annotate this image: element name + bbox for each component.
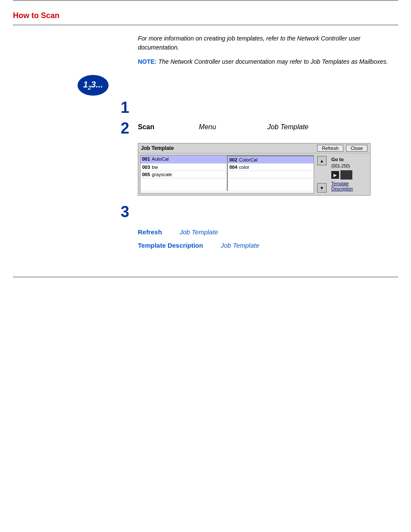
cell-002: 002ColorCal <box>227 156 314 163</box>
step-2-row: 2 Scan Menu Job Template <box>108 121 398 136</box>
template-description-button[interactable]: TemplateDescription <box>331 181 353 192</box>
dialog-body: 001AutoCal 002ColorCal 003bw 004color <box>138 153 370 195</box>
page-title: How to Scan <box>13 11 59 20</box>
bottom-rule <box>13 277 398 277</box>
info-lines: Refresh Job Template Template Descriptio… <box>138 228 398 249</box>
job-template-dialog: Job Template Refresh Close 001AutoCal 00… <box>138 143 371 196</box>
cell-001: 001AutoCal <box>140 156 227 163</box>
step-2-content: Scan Menu Job Template <box>138 121 398 131</box>
template-desc-keyword: Template Description <box>138 242 203 249</box>
table-row[interactable]: 005grayscale <box>140 171 314 178</box>
step-3-number: 3 <box>108 204 129 220</box>
step-2-template-label: Job Template <box>268 123 308 131</box>
scroll-down-button[interactable]: ▼ <box>317 183 327 193</box>
step-badge-row: 123... <box>78 75 398 96</box>
note-block: NOTE: The Network Controller user docume… <box>138 57 398 66</box>
cell-empty <box>227 171 314 178</box>
goto-range: (001-250) <box>331 164 350 168</box>
goto-box[interactable] <box>340 170 352 180</box>
step-2-menu-label: Menu <box>199 123 216 131</box>
step-1-row: 1 <box>108 100 398 115</box>
page-header: How to Scan <box>13 5 398 25</box>
table-row[interactable]: 001AutoCal 002ColorCal <box>140 156 314 164</box>
refresh-value: Job Template <box>180 228 218 236</box>
step-1-number: 1 <box>108 100 129 115</box>
dialog-titlebar: Job Template Refresh Close <box>138 143 370 153</box>
goto-arrow-icon[interactable]: ▶ <box>331 171 339 179</box>
note-label: NOTE: <box>138 58 157 65</box>
close-button[interactable]: Close <box>346 145 367 152</box>
step-badge-text: 123... <box>83 80 103 91</box>
goto-row: ▶ <box>331 170 352 180</box>
cell-003: 003bw <box>140 164 227 171</box>
step-2-scan-label: Scan <box>138 123 154 131</box>
cell-empty-2 <box>140 178 227 191</box>
step-badge: 123... <box>78 75 109 96</box>
dialog-right-panel: Go to (001-250) ▶ TemplateDescription <box>330 155 368 193</box>
intro-text: For more information on creating job tem… <box>138 34 398 52</box>
cell-empty-3 <box>227 178 314 191</box>
template-desc-value: Job Template <box>221 242 259 249</box>
top-rule <box>13 0 398 5</box>
refresh-info-line: Refresh Job Template <box>138 228 398 236</box>
table-row[interactable]: 003bw 004color <box>140 164 314 171</box>
scroll-area: ▲ ▼ <box>316 155 328 193</box>
template-desc-info-line: Template Description Job Template <box>138 242 398 249</box>
dialog-list-area: 001AutoCal 002ColorCal 003bw 004color <box>140 155 314 193</box>
step-3-row: 3 <box>108 204 398 220</box>
step-2-number: 2 <box>108 121 129 136</box>
cell-004: 004color <box>227 164 314 171</box>
dialog-buttons: Refresh Close <box>317 145 367 152</box>
refresh-keyword: Refresh <box>138 228 162 236</box>
table-row-empty <box>140 178 314 191</box>
cell-005: 005grayscale <box>140 171 227 178</box>
main-content: For more information on creating job tem… <box>13 25 398 264</box>
step-1-content <box>138 100 398 103</box>
goto-label: Go to <box>331 157 344 162</box>
refresh-button[interactable]: Refresh <box>317 145 343 152</box>
dialog-title: Job Template <box>141 145 174 151</box>
note-text: The Network Controller user documentatio… <box>158 58 388 65</box>
scroll-up-button[interactable]: ▲ <box>317 156 327 165</box>
intro-block: For more information on creating job tem… <box>138 34 398 66</box>
